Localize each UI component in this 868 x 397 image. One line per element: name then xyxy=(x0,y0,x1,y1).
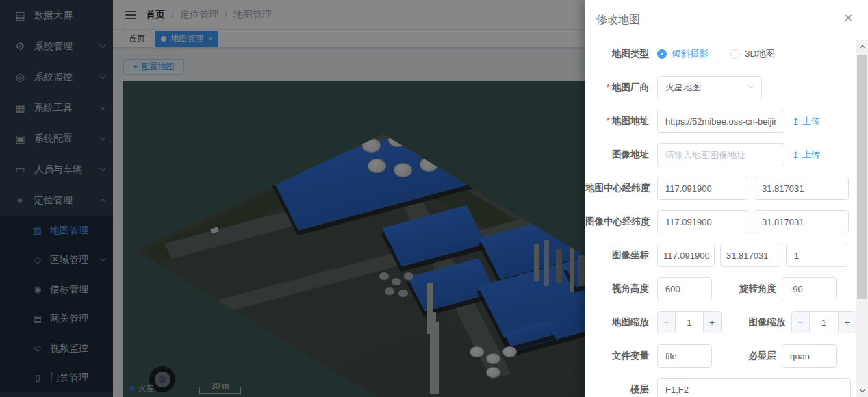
vendor-select-value: 火星地图 xyxy=(665,81,701,94)
minus-button[interactable]: − xyxy=(658,312,676,333)
form-row-zoom: 地图缩放 − 1 + 图像缩放 − 1 + xyxy=(585,310,856,335)
image-url-upload-button[interactable]: ↥ 上传 xyxy=(792,149,820,161)
map-zoom-value[interactable]: 1 xyxy=(676,312,703,333)
upload-icon: ↥ xyxy=(792,150,800,160)
form-row-map-url: *地图地址 ↥ 上传 xyxy=(585,109,856,133)
close-icon[interactable]: ✕ xyxy=(844,13,853,24)
radio-3d-map[interactable] xyxy=(730,49,740,59)
drawer-mask[interactable] xyxy=(0,0,585,397)
app-window: ▤ 数据大屏 ⚙ 系统管理 ◎ 系统监控 ▦ 系统工具 ▣ 系统配置 ▭ 人员与… xyxy=(0,0,868,397)
map-center-lat-input[interactable] xyxy=(754,177,849,200)
form-row-image-url: 图像地址 ↥ 上传 xyxy=(585,142,856,167)
scrollbar-thumb[interactable] xyxy=(857,55,867,299)
field-label: 地图中心经纬度 xyxy=(585,182,652,194)
radio-oblique-photography[interactable] xyxy=(657,49,667,59)
field-label: 文件变量 xyxy=(585,350,652,362)
chevron-down-icon xyxy=(748,83,754,88)
form-row-map-type: 地图类型 倾斜摄影 3D地图 xyxy=(585,42,856,66)
image-zoom-value[interactable]: 1 xyxy=(810,312,838,333)
field-label: 图像坐标 xyxy=(585,249,652,261)
drawer-scrollbar[interactable] xyxy=(856,40,868,397)
file-variable-input[interactable] xyxy=(657,344,712,368)
field-label: 必显层 xyxy=(717,350,776,362)
rotation-angle-input[interactable] xyxy=(782,277,837,300)
map-zoom-stepper: − 1 + xyxy=(657,311,722,333)
form-row-filevar-layer: 文件变量 必显层 xyxy=(585,344,856,368)
map-url-input[interactable] xyxy=(657,110,784,133)
chevron-down-icon xyxy=(859,386,865,392)
map-url-upload-button[interactable]: ↥ 上传 xyxy=(792,115,820,127)
image-coord-x-input[interactable] xyxy=(657,244,715,267)
image-coord-z-input[interactable] xyxy=(786,244,847,267)
plus-button[interactable]: + xyxy=(838,312,856,333)
required-layer-input[interactable] xyxy=(782,344,837,368)
view-height-input[interactable] xyxy=(657,277,712,300)
upload-label: 上传 xyxy=(802,115,820,127)
field-label: 楼层 xyxy=(585,383,652,396)
form-row-image-center: 图像中心经纬度 xyxy=(585,209,856,234)
floor-input[interactable] xyxy=(657,378,851,397)
map-center-lng-input[interactable] xyxy=(657,177,748,200)
image-url-input[interactable] xyxy=(657,143,784,166)
vendor-select[interactable]: 火星地图 xyxy=(657,76,762,99)
chevron-up-icon xyxy=(859,44,865,50)
field-label: 地图类型 xyxy=(585,48,652,60)
scroll-down-button[interactable] xyxy=(856,385,868,396)
form-row-view-rotation: 视角高度 旋转角度 xyxy=(585,277,856,301)
form-row-image-coord: 图像坐标 xyxy=(585,243,856,268)
field-label: *地图地址 xyxy=(585,115,652,127)
field-label: 旋转角度 xyxy=(717,283,776,295)
edit-map-form: 地图类型 倾斜摄影 3D地图 *地图厂商 火星地图 *地图地址 xyxy=(585,42,856,397)
plus-button[interactable]: + xyxy=(703,312,721,333)
minus-button[interactable]: − xyxy=(792,312,810,333)
form-row-vendor: *地图厂商 火星地图 xyxy=(585,75,856,100)
field-label: 图像缩放 xyxy=(727,316,786,329)
image-coord-y-input[interactable] xyxy=(720,244,780,267)
scroll-up-button[interactable] xyxy=(856,41,868,52)
form-row-map-center: 地图中心经纬度 xyxy=(585,176,856,201)
image-center-lat-input[interactable] xyxy=(754,210,849,233)
field-label: 图像中心经纬度 xyxy=(585,216,652,228)
image-zoom-stepper: − 1 + xyxy=(791,311,856,333)
form-row-floor: 楼层 xyxy=(585,377,856,397)
field-label: 地图缩放 xyxy=(585,316,652,329)
drawer-title: 修改地图 xyxy=(596,13,640,27)
field-label: 视角高度 xyxy=(585,283,652,295)
radio-label-oblique[interactable]: 倾斜摄影 xyxy=(672,48,709,60)
edit-map-drawer: 修改地图 ✕ 地图类型 倾斜摄影 3D地图 *地图厂商 火星地图 xyxy=(585,0,868,397)
upload-label: 上传 xyxy=(802,149,820,161)
field-label: 图像地址 xyxy=(585,149,652,161)
field-label: *地图厂商 xyxy=(585,81,652,94)
radio-label-3d[interactable]: 3D地图 xyxy=(745,48,775,60)
image-center-lng-input[interactable] xyxy=(657,210,748,233)
upload-icon: ↥ xyxy=(792,116,800,127)
